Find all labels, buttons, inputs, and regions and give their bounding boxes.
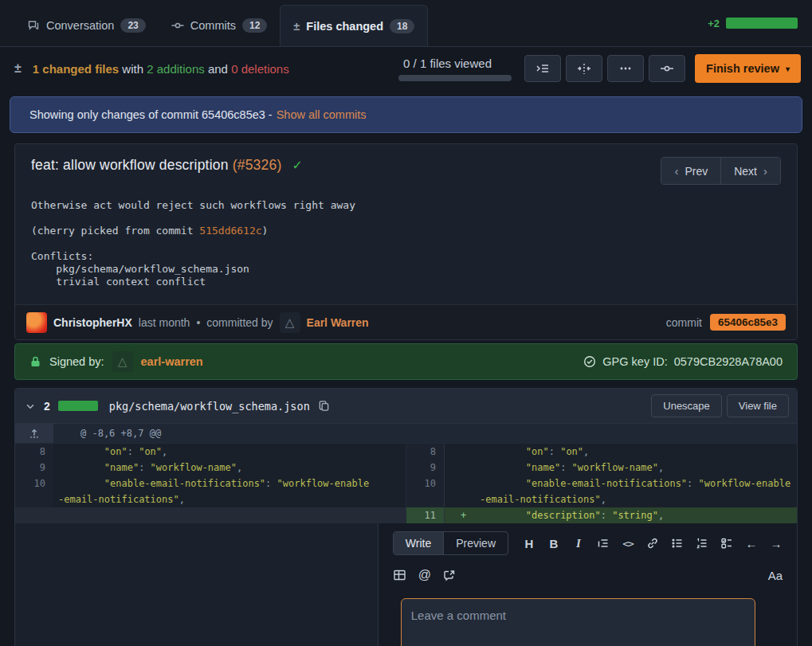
ordered-list-icon[interactable] [696, 536, 708, 550]
diff-file-header: 2 pkg/schema/workflow_schema.json Unesca… [15, 389, 797, 424]
finish-review-button[interactable]: Finish review ▾ [695, 54, 801, 83]
issue-ref-link[interactable]: (#5326) [233, 157, 282, 173]
commit-icon [171, 19, 184, 32]
gpg-key-label: GPG key ID: [602, 355, 667, 368]
chevron-right-icon: › [763, 164, 767, 178]
lock-icon [29, 355, 41, 368]
arrow-right-icon[interactable]: → [770, 536, 783, 550]
line-number[interactable]: 8 [15, 444, 53, 460]
show-all-commits-link[interactable]: Show all commits [277, 108, 367, 121]
line-number[interactable]: 10 [406, 476, 444, 507]
file-changes-count: 2 [44, 400, 50, 413]
diff-row: 11+ "description": "string", [15, 507, 797, 523]
line-number[interactable]: 9 [15, 460, 53, 476]
table-icon[interactable] [393, 568, 406, 582]
author-name[interactable]: ChristopherHX [53, 316, 132, 329]
diff-row: 9 "name": "workflow-name",9 "name": "wor… [15, 460, 797, 476]
code-line: "enable-email-notifications": "workflow-… [53, 476, 406, 507]
editor-mode-tabs: Write Preview [393, 531, 508, 555]
added-line-sign: + [461, 507, 466, 523]
italic-icon[interactable]: I [572, 536, 585, 550]
author-avatar[interactable] [26, 312, 47, 333]
line-number[interactable]: 11 [406, 507, 444, 523]
file-tree-toggle-button[interactable] [524, 55, 561, 82]
mention-icon[interactable]: @ [418, 568, 431, 582]
commit-label: commit [666, 316, 702, 329]
task-list-icon[interactable] [720, 536, 733, 550]
code-line: "name": "workflow-name", [444, 460, 797, 476]
diff-stat-bar [726, 18, 798, 29]
tab-count-badge: 18 [390, 19, 414, 33]
collapse-file-icon[interactable] [25, 401, 36, 412]
bold-icon[interactable]: B [547, 536, 560, 550]
inline-comment-editor: Write Preview H B I <> [378, 523, 797, 646]
diff-rows: 8 "on": "on",8 "on": "on",9 "name": "wor… [15, 444, 797, 523]
line-number[interactable]: 8 [406, 444, 444, 460]
view-file-button[interactable]: View file [727, 394, 789, 417]
prev-commit-button[interactable]: ‹ Prev [661, 158, 720, 184]
font-toggle[interactable]: Aa [768, 569, 783, 582]
link-icon[interactable] [646, 536, 659, 550]
comment-textarea[interactable] [401, 598, 755, 646]
comments-icon [27, 19, 40, 32]
commit-author-row: ChristopherHX last month • committed by … [15, 304, 797, 339]
pr-tab-bar: Conversation 23 Commits 12 ± Files chang… [0, 0, 812, 47]
commit-time: last month [139, 316, 190, 329]
write-tab[interactable]: Write [394, 532, 443, 554]
more-options-button[interactable] [607, 55, 644, 82]
diff-summary-bar: ± 1 changed files with 2 additions and 0… [0, 47, 812, 90]
line-number[interactable]: 9 [406, 460, 444, 476]
commit-hash-link[interactable]: 515dd6612c [199, 225, 261, 237]
check-icon: ✓ [292, 159, 303, 172]
diff-row: 8 "on": "on",8 "on": "on", [15, 444, 797, 460]
split-view-toggle-button[interactable] [566, 55, 602, 82]
commit-message: Otherwise act would reject such workflow… [15, 185, 797, 304]
preview-tab[interactable]: Preview [443, 532, 508, 554]
expand-up-icon [29, 428, 40, 439]
next-commit-button[interactable]: Next › [720, 158, 780, 184]
commit-message-line [31, 237, 781, 250]
diff-file-box: 2 pkg/schema/workflow_schema.json Unesca… [14, 388, 798, 646]
banner-text: Showing only changes of commit 65406c85e… [29, 108, 273, 121]
tab-files-changed[interactable]: ± Files changed 18 [280, 5, 428, 46]
code-line: + "description": "string", [444, 507, 797, 523]
hunk-header-row: @ -8,6 +8,7 @@ [15, 424, 797, 444]
code-icon[interactable]: <> [622, 536, 634, 550]
line-number[interactable]: 10 [15, 476, 53, 507]
signer-name[interactable]: earl-warren [141, 355, 203, 368]
commit-pager: ‹ Prev Next › [661, 157, 781, 185]
committer-avatar[interactable]: △ [280, 312, 300, 333]
heading-icon[interactable]: H [523, 536, 535, 550]
check-circle-icon [583, 355, 596, 368]
commit-sha-badge[interactable]: 65406c85e3 [710, 314, 786, 331]
file-tree-icon [535, 62, 550, 75]
signature-bar: Signed by: △ earl-warren GPG key ID: 057… [14, 343, 798, 380]
diff-row: 10 "enable-email-notifications": "workfl… [15, 476, 797, 507]
chevron-left-icon: ‹ [674, 164, 678, 178]
tab-count-badge: 23 [120, 18, 145, 33]
expand-hunk-button[interactable] [15, 424, 53, 443]
signer-avatar[interactable]: △ [112, 351, 133, 372]
ellipsis-icon [618, 62, 633, 75]
committer-name[interactable]: Earl Warren [307, 316, 369, 329]
tab-conversation[interactable]: Conversation 23 [14, 5, 159, 46]
code-line: "on": "on", [53, 444, 406, 460]
line-number [15, 507, 53, 523]
files-viewed-progress: 0 / 1 files viewed [398, 57, 512, 81]
commit-details-box: feat: allow workflow description (#5326)… [14, 143, 798, 340]
reference-icon[interactable] [443, 568, 456, 582]
select-commit-button[interactable] [649, 55, 685, 82]
copy-path-icon[interactable] [318, 400, 330, 412]
commit-message-line: Conflicts: [31, 250, 781, 263]
unordered-list-icon[interactable] [671, 536, 684, 550]
unescape-button[interactable]: Unescape [651, 394, 722, 417]
diff-icon: ± [14, 61, 22, 76]
tab-label: Commits [190, 19, 236, 32]
arrow-left-icon[interactable]: ← [745, 536, 758, 550]
tab-commits[interactable]: Commits 12 [159, 5, 280, 46]
quote-icon[interactable] [597, 536, 610, 550]
tab-label: Files changed [306, 20, 383, 33]
diff-left-empty-area [15, 523, 378, 646]
tab-count-badge: 12 [242, 18, 267, 33]
diff-stat: +2 [708, 0, 798, 46]
